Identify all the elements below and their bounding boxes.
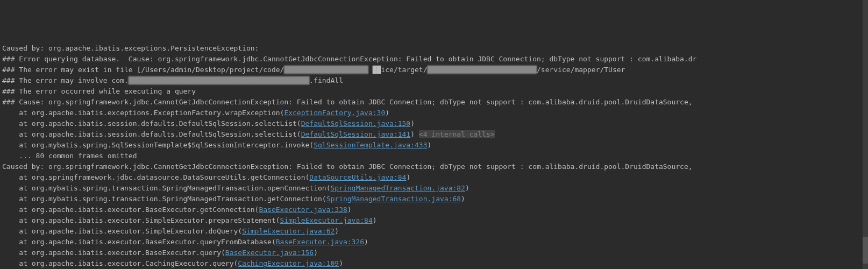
stack-trace-line: at org.apache.ibatis.executor.SimpleExec… bbox=[2, 227, 339, 235]
stack-trace-line: ... 80 common frames omitted bbox=[2, 152, 137, 160]
trace-text: ) bbox=[373, 216, 377, 224]
stack-trace-line: Caused by: org.apache.ibatis.exceptions.… bbox=[2, 44, 259, 52]
trace-text: at org.apache.ibatis.executor.BaseExecut… bbox=[2, 206, 259, 214]
stack-trace-line: at org.apache.ibatis.executor.BaseExecut… bbox=[2, 206, 352, 214]
trace-text: ) bbox=[465, 184, 469, 192]
stack-trace-line: at org.apache.ibatis.executor.CachingExe… bbox=[2, 259, 343, 267]
source-link[interactable]: SpringManagedTransaction.java:82 bbox=[330, 184, 465, 192]
trace-text: Caused by: org.springframework.jdbc.Cann… bbox=[2, 162, 693, 171]
stack-trace-line: Caused by: org.springframework.jdbc.Cann… bbox=[2, 162, 693, 171]
source-link[interactable]: CachingExecutor.java:109 bbox=[238, 259, 339, 267]
trace-text: at org.apache.ibatis.executor.SimpleExec… bbox=[2, 227, 242, 235]
trace-text: ) bbox=[406, 173, 410, 181]
trace-text: Caused by: org.apache.ibatis.exceptions.… bbox=[2, 44, 259, 52]
trace-text: ) bbox=[314, 249, 318, 257]
source-link[interactable]: SimpleExecutor.java:84 bbox=[280, 216, 373, 224]
internal-calls-badge[interactable]: <4 internal calls> bbox=[419, 130, 495, 138]
stack-trace-line: at org.apache.ibatis.exceptions.Exceptio… bbox=[2, 109, 389, 117]
trace-text: ) bbox=[461, 195, 465, 203]
trace-text: ) bbox=[364, 238, 368, 246]
trace-text: ) bbox=[347, 206, 352, 214]
stack-trace-line: at org.mybatis.spring.transaction.Spring… bbox=[2, 195, 465, 203]
trace-text: ... 80 common frames omitted bbox=[2, 152, 137, 160]
console-output: Caused by: org.apache.ibatis.exceptions.… bbox=[0, 43, 868, 269]
stack-trace-line: ### Cause: org.springframework.jdbc.Cann… bbox=[2, 98, 693, 106]
stack-trace-line: at org.mybatis.spring.transaction.Spring… bbox=[2, 184, 469, 192]
stack-trace-line: at org.apache.ibatis.executor.BaseExecut… bbox=[2, 249, 318, 257]
trace-text: .findAll bbox=[309, 76, 343, 84]
stack-trace-line: at org.apache.ibatis.executor.BaseExecut… bbox=[2, 238, 368, 246]
trace-text: at org.mybatis.spring.transaction.Spring… bbox=[2, 184, 330, 192]
source-link[interactable]: SpringManagedTransaction.java:68 bbox=[326, 195, 461, 203]
stack-trace-line: at org.mybatis.spring.SqlSessionTemplate… bbox=[2, 141, 431, 149]
trace-text: ) bbox=[335, 227, 339, 235]
trace-text: at org.mybatis.spring.SqlSessionTemplate… bbox=[2, 141, 314, 149]
trace-text: at org.apache.ibatis.executor.BaseExecut… bbox=[2, 238, 276, 246]
stack-trace-line: ### The error may involve com.██████████… bbox=[2, 76, 343, 84]
stack-trace-line: at org.apache.ibatis.executor.SimpleExec… bbox=[2, 216, 377, 224]
trace-text: at org.apache.ibatis.exceptions.Exceptio… bbox=[2, 109, 284, 117]
trace-text: ### Error querying database. Cause: org.… bbox=[2, 55, 696, 63]
trace-text: ) bbox=[385, 109, 389, 117]
source-link[interactable]: DefaultSqlSession.java:141 bbox=[301, 130, 411, 138]
trace-text: ### The error may involve com. bbox=[2, 76, 129, 84]
trace-text: ### Cause: org.springframework.jdbc.Cann… bbox=[2, 98, 693, 106]
source-link[interactable]: BaseExecutor.java:156 bbox=[225, 249, 314, 257]
trace-text: ### The error may exist in file [/Users/… bbox=[2, 66, 284, 74]
censored-text: ██████████████████████████ bbox=[428, 66, 537, 74]
trace-text: ██ice/target/ bbox=[368, 66, 428, 74]
trace-text: at org.springframework.jdbc.datasource.D… bbox=[2, 173, 309, 181]
scrollbar-thumb[interactable] bbox=[863, 237, 868, 264]
trace-text: ) bbox=[339, 259, 343, 267]
trace-text: ) bbox=[410, 119, 415, 128]
source-link[interactable]: DefaultSqlSession.java:150 bbox=[301, 119, 411, 128]
source-link[interactable]: BaseExecutor.java:338 bbox=[259, 206, 347, 214]
trace-text: /service/mapper/TUser bbox=[537, 66, 625, 74]
vertical-scrollbar[interactable] bbox=[863, 0, 868, 269]
trace-text: at org.apache.ibatis.session.defaults.De… bbox=[2, 119, 301, 128]
trace-text: at org.apache.ibatis.executor.SimpleExec… bbox=[2, 216, 280, 224]
trace-text: at org.apache.ibatis.session.defaults.De… bbox=[2, 130, 301, 138]
source-link[interactable]: DataSourceUtils.java:84 bbox=[309, 173, 406, 181]
source-link[interactable]: BaseExecutor.java:326 bbox=[276, 238, 364, 246]
trace-text: ) bbox=[410, 130, 419, 138]
trace-text: at org.apache.ibatis.executor.CachingExe… bbox=[2, 259, 238, 267]
source-link[interactable]: SimpleExecutor.java:62 bbox=[242, 227, 335, 235]
source-link[interactable]: ExceptionFactory.java:30 bbox=[284, 109, 385, 117]
censored-text: ████████████████████████████████████████… bbox=[129, 76, 310, 84]
stack-trace-line: at org.apache.ibatis.session.defaults.De… bbox=[2, 130, 495, 138]
censored-text: ████████████████████ bbox=[284, 66, 368, 74]
stack-trace-line: at org.apache.ibatis.session.defaults.De… bbox=[2, 119, 415, 128]
trace-text: ) bbox=[428, 141, 432, 149]
stack-trace-line: ### The error may exist in file [/Users/… bbox=[2, 66, 625, 74]
stack-trace-line: at org.springframework.jdbc.datasource.D… bbox=[2, 173, 410, 181]
stack-trace-line: ### The error occurred while executing a… bbox=[2, 87, 196, 95]
trace-text: at org.mybatis.spring.transaction.Spring… bbox=[2, 195, 326, 203]
stack-trace-line: ### Error querying database. Cause: org.… bbox=[2, 55, 696, 63]
source-link[interactable]: SqlSessionTemplate.java:433 bbox=[314, 141, 427, 149]
trace-text: at org.apache.ibatis.executor.BaseExecut… bbox=[2, 249, 225, 257]
trace-text: ### The error occurred while executing a… bbox=[2, 87, 196, 95]
